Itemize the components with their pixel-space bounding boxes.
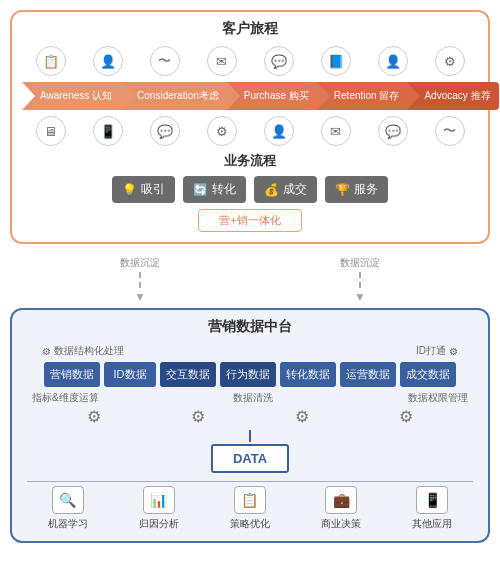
block-id: ID数据 [104,362,156,387]
proc-labels-row: ⚙ 数据结构化处理 ID打通 ⚙ [22,344,478,358]
clean-label: 数据清洗 [233,391,273,405]
app-business: 💼 商业决策 [321,486,361,531]
app-icon-biz: 💼 [325,486,357,514]
gears-row: ⚙ ⚙ ⚙ ⚙ [22,407,478,426]
icon-wave2: 〜 [435,116,465,146]
step-awareness: Awareness 认知 [22,82,120,110]
left-data-text: 数据沉淀 [120,256,160,270]
app-icon-attr: 📊 [143,486,175,514]
right-data-label: 数据沉淀 ▼ [340,256,380,304]
top-icons-row: 📋 👤 〜 ✉ 💬 📘 👤 ⚙ [22,46,478,76]
convert-icon: 🔄 [193,183,208,197]
biz-box-deal: 💰 成交 [254,176,317,203]
app-icon-ml: 🔍 [52,486,84,514]
block-operation: 运营数据 [340,362,396,387]
right-proc-item: ID打通 ⚙ [416,344,458,358]
gear-icon-1: ⚙ [87,407,101,426]
block-deal: 成交数据 [400,362,456,387]
icon-user1: 👤 [93,46,123,76]
customer-journey-title: 客户旅程 [22,20,478,38]
attract-label: 吸引 [141,181,165,198]
icon-gear: ⚙ [207,116,237,146]
integration-box: 营+销一体化 [198,209,301,232]
icon-document: 📋 [36,46,66,76]
icon-phone: 📱 [93,116,123,146]
data-center-title: 营销数据中台 [22,318,478,336]
icon-monitor: 🖥 [36,116,66,146]
app-label-ml: 机器学习 [48,517,88,531]
icon-user3: 👤 [264,116,294,146]
icon-mail2: ✉ [321,116,351,146]
service-label: 服务 [354,181,378,198]
sub-labels-row: 指标&维度运算 数据清洗 数据权限管理 [22,391,478,405]
app-icon-strat: 📋 [234,486,266,514]
icon-facebook: 📘 [321,46,351,76]
left-proc-item: ⚙ 数据结构化处理 [42,344,124,358]
step-consideration: Consideration考虑 [119,82,227,110]
icon-settings: ⚙ [435,46,465,76]
gear-icon-left: ⚙ [42,346,51,357]
block-marketing: 营销数据 [44,362,100,387]
app-label-other: 其他应用 [412,517,452,531]
service-icon: 🏆 [335,183,350,197]
bottom-icons-row: 🖥 📱 💬 ⚙ 👤 ✉ 💬 〜 [22,116,478,146]
right-proc-label: ID打通 [416,344,446,358]
icon-chat3: 💬 [378,116,408,146]
block-interaction: 交互数据 [160,362,216,387]
biz-boxes-row: 💡 吸引 🔄 转化 💰 成交 🏆 服务 [22,176,478,203]
data-box-container: DATA [211,430,289,473]
separator-line [22,481,478,482]
app-icon-other: 📱 [416,486,448,514]
metrics-label: 指标&维度运算 [32,391,99,405]
icon-user2: 👤 [378,46,408,76]
gear-icon-4: ⚙ [399,407,413,426]
app-label-strat: 策略优化 [230,517,270,531]
icon-wave: 〜 [150,46,180,76]
app-label-biz: 商业决策 [321,517,361,531]
block-conversion: 转化数据 [280,362,336,387]
biz-box-convert: 🔄 转化 [183,176,246,203]
biz-flow-title: 业务流程 [22,152,478,170]
block-behavior: 行为数据 [220,362,276,387]
icon-mail: ✉ [207,46,237,76]
app-strategy: 📋 策略优化 [230,486,270,531]
left-proc-label: 数据结构化处理 [54,344,124,358]
gear-icon-3: ⚙ [295,407,309,426]
right-dashed-arrow [359,272,361,288]
biz-box-attract: 💡 吸引 [112,176,175,203]
gear-icon-right: ⚙ [449,346,458,357]
left-data-label: 数据沉淀 ▼ [120,256,160,304]
app-label-attr: 归因分析 [139,517,179,531]
arrows-down-row: 数据沉淀 ▼ 数据沉淀 ▼ [10,252,490,308]
icon-chat: 💬 [264,46,294,76]
app-ml: 🔍 机器学习 [48,486,88,531]
customer-journey-section: 客户旅程 📋 👤 〜 ✉ 💬 📘 👤 ⚙ Awareness 认知 Consid… [10,10,490,244]
line-to-data [249,430,251,442]
gear-icon-2: ⚙ [191,407,205,426]
icon-chat2: 💬 [150,116,180,146]
data-box: DATA [211,444,289,473]
customer-journey-flow: Awareness 认知 Consideration考虑 Purchase 购买… [22,82,478,110]
data-center-section: 营销数据中台 ⚙ 数据结构化处理 ID打通 ⚙ 营销数据 ID数据 交互数据 行… [10,308,490,543]
biz-box-service: 🏆 服务 [325,176,388,203]
integration-row: 营+销一体化 [22,209,478,232]
convert-label: 转化 [212,181,236,198]
right-data-text: 数据沉淀 [340,256,380,270]
data-box-row: DATA [22,430,478,473]
rights-label: 数据权限管理 [408,391,468,405]
app-attribution: 📊 归因分析 [139,486,179,531]
arrow-down-symbol: ▼ [134,290,146,304]
deal-label: 成交 [283,181,307,198]
apps-row: 🔍 机器学习 📊 归因分析 📋 策略优化 💼 商业决策 📱 其他应用 [22,486,478,531]
deal-icon: 💰 [264,183,279,197]
data-blocks-row: 营销数据 ID数据 交互数据 行为数据 转化数据 运营数据 成交数据 [22,362,478,387]
divider [27,481,473,482]
arrow-down-symbol2: ▼ [354,290,366,304]
attract-icon: 💡 [122,183,137,197]
app-others: 📱 其他应用 [412,486,452,531]
left-dashed-arrow [139,272,141,288]
